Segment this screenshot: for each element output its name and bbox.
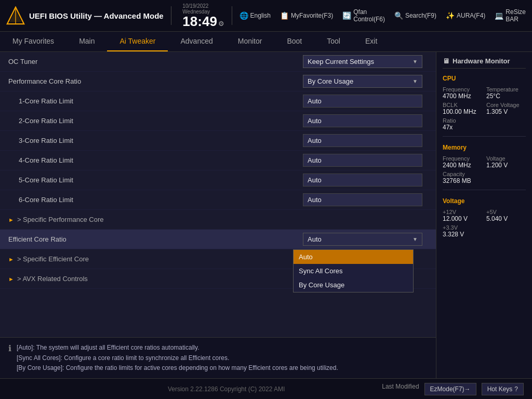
core-2-label: 2-Core Ratio Limit — [8, 117, 303, 125]
mem-freq-value: 2400 MHz — [443, 162, 482, 169]
myfavorite-label: MyFavorite(F3) — [291, 12, 333, 19]
nav-tabs: My Favorites Main Ai Tweaker Advanced Mo… — [0, 32, 532, 52]
hardware-monitor-sidebar: 🖥 Hardware Monitor CPU Frequency 4700 MH… — [436, 52, 532, 378]
tab-monitor[interactable]: Monitor — [225, 32, 275, 51]
mem-cap-label: Capacity — [443, 171, 526, 177]
tab-exit[interactable]: Exit — [353, 32, 390, 51]
core-3-label: 3-Core Ratio Limit — [8, 137, 303, 144]
v12-label: +12V — [443, 209, 482, 215]
main-layout: OC Tuner Keep Current Settings ▼ Perform… — [0, 52, 532, 378]
efficient-core-ratio-row: Efficient Core Ratio Auto ▼ Auto Sync Al… — [0, 230, 436, 249]
settings-icon[interactable]: ⚙ — [218, 20, 224, 28]
english-link[interactable]: 🌐 English — [240, 11, 271, 20]
footer-version: Version 2.22.1286 Copyright (C) 2022 AMI — [71, 385, 382, 393]
globe-icon: 🌐 — [240, 11, 248, 20]
tab-my-favorites[interactable]: My Favorites — [0, 32, 66, 51]
perf-core-ratio-value: By Core Usage ▼ — [303, 75, 428, 88]
cpu-freq-label: Frequency — [443, 86, 482, 92]
cpu-section-title: CPU — [443, 75, 526, 82]
v5-value: 5.040 V — [486, 215, 526, 222]
v5-label: +5V — [486, 209, 526, 215]
resize-icon: 💻 — [495, 11, 503, 20]
mem-volt-label: Voltage — [486, 155, 526, 162]
v33-label: +3.3V — [443, 224, 482, 231]
logo-area: UEFI BIOS Utility — Advanced Mode — [6, 6, 164, 25]
myfavorite-link[interactable]: 📋 MyFavorite(F3) — [280, 11, 333, 20]
sidebar-divider-2 — [443, 190, 526, 190]
mem-volt-value: 1.200 V — [486, 162, 526, 169]
search-icon: 🔍 — [394, 11, 403, 20]
cpu-corevolt-label: Core Voltage — [486, 102, 526, 108]
chevron-right-icon-2: ► — [8, 256, 14, 262]
cpu-stats: Frequency 4700 MHz Temperature 25°C BCLK… — [443, 86, 526, 131]
info-icon: ℹ — [8, 343, 11, 353]
tab-advanced[interactable]: Advanced — [168, 32, 225, 51]
cpu-temp-value: 25°C — [486, 92, 526, 100]
hot-keys-label: Hot Keys — [487, 385, 513, 393]
cpu-temp-label: Temperature — [486, 86, 526, 92]
aura-link[interactable]: ✨ AURA(F4) — [446, 11, 485, 20]
core-5-row: 5-Core Ratio Limit Auto — [0, 170, 436, 190]
v33-value: 3.328 V — [443, 231, 482, 238]
settings-table: OC Tuner Keep Current Settings ▼ Perform… — [0, 52, 436, 337]
app-title: UEFI BIOS Utility — Advanced Mode — [29, 11, 164, 20]
qfan-label: Qfan Control(F6) — [353, 8, 385, 23]
oc-tuner-arrow-icon: ▼ — [413, 59, 418, 64]
dropdown-option-by-core[interactable]: By Core Usage — [294, 278, 413, 292]
efficient-core-ratio-dropdown[interactable]: Auto ▼ — [303, 233, 422, 246]
header-links: 🌐 English 📋 MyFavorite(F3) 🔄 Qfan Contro… — [240, 8, 526, 23]
core-6-value-box: Auto — [303, 193, 428, 206]
perf-core-ratio-dropdown[interactable]: By Core Usage ▼ — [303, 75, 422, 88]
cpu-ratio-label: Ratio — [443, 117, 482, 124]
efficient-core-ratio-label: Efficient Core Ratio — [8, 235, 303, 243]
search-label: Search(F9) — [405, 12, 436, 19]
v12-value: 12.000 V — [443, 215, 482, 222]
tab-tool[interactable]: Tool — [314, 32, 353, 51]
core-3-value: Auto — [303, 134, 422, 147]
favorite-icon: 📋 — [280, 11, 289, 20]
clock-area: 10/19/2022 Wednesday 18:49 ⚙ — [182, 3, 224, 28]
info-text: [Auto]: The system will adjust all Effic… — [17, 343, 338, 373]
english-label: English — [250, 12, 271, 19]
search-link[interactable]: 🔍 Search(F9) — [394, 11, 436, 20]
resize-bar-label: ReSize BAR — [506, 8, 526, 23]
core-1-row: 1-Core Ratio Limit Auto — [0, 91, 436, 111]
oc-tuner-dropdown[interactable]: Keep Current Settings ▼ — [303, 55, 422, 68]
footer: Version 2.22.1286 Copyright (C) 2022 AMI… — [0, 378, 532, 399]
info-line-3: [By Core Usage]: Configure the ratio lim… — [17, 364, 338, 371]
core-4-value-box: Auto — [303, 154, 428, 167]
tab-ai-tweaker[interactable]: Ai Tweaker — [107, 32, 168, 51]
qfan-link[interactable]: 🔄 Qfan Control(F6) — [342, 8, 385, 23]
time-display: 18:49 — [182, 15, 217, 28]
core-4-row: 4-Core Ratio Limit Auto — [0, 151, 436, 170]
sidebar-divider-1 — [443, 136, 526, 137]
core-3-row: 3-Core Ratio Limit Auto — [0, 131, 436, 151]
efficient-core-ratio-value: Auto ▼ — [303, 233, 428, 246]
cpu-bclk-label: BCLK — [443, 102, 482, 108]
oc-tuner-row: OC Tuner Keep Current Settings ▼ — [0, 52, 436, 72]
mem-cap-value: 32768 MB — [443, 177, 526, 184]
core-5-value: Auto — [303, 174, 422, 187]
perf-core-ratio-row: Performance Core Ratio By Core Usage ▼ — [0, 72, 436, 91]
cpu-bclk-value: 100.00 MHz — [443, 108, 482, 115]
efficient-core-ratio-arrow-icon: ▼ — [413, 236, 418, 242]
resize-bar-link[interactable]: 💻 ReSize BAR — [495, 8, 526, 23]
memory-stats: Frequency 2400 MHz Voltage 1.200 V Capac… — [443, 155, 526, 184]
hot-keys-button[interactable]: Hot Keys ? — [482, 383, 524, 395]
tab-main[interactable]: Main — [66, 32, 107, 51]
efficient-core-dropdown-popup: Auto Sync All Cores By Core Usage — [293, 249, 414, 292]
specific-perf-core-row[interactable]: ► > Specific Performance Core — [0, 210, 436, 230]
ez-mode-button[interactable]: EzMode(F7)→ — [424, 383, 476, 395]
oc-tuner-label: OC Tuner — [8, 58, 303, 65]
dropdown-option-sync[interactable]: Sync All Cores — [294, 264, 413, 278]
dropdown-option-auto[interactable]: Auto — [294, 250, 413, 264]
tab-boot[interactable]: Boot — [274, 32, 314, 51]
info-line-1: [Auto]: The system will adjust all Effic… — [17, 344, 199, 351]
core-1-value: Auto — [303, 95, 422, 108]
cpu-corevolt-value: 1.305 V — [486, 108, 526, 115]
footer-right-buttons: Last Modified EzMode(F7)→ Hot Keys ? — [382, 383, 524, 395]
oc-tuner-value: Keep Current Settings ▼ — [303, 55, 428, 68]
specific-perf-core-label: > Specific Performance Core — [17, 216, 428, 223]
asus-logo-icon — [6, 6, 25, 25]
core-6-row: 6-Core Ratio Limit Auto — [0, 190, 436, 210]
